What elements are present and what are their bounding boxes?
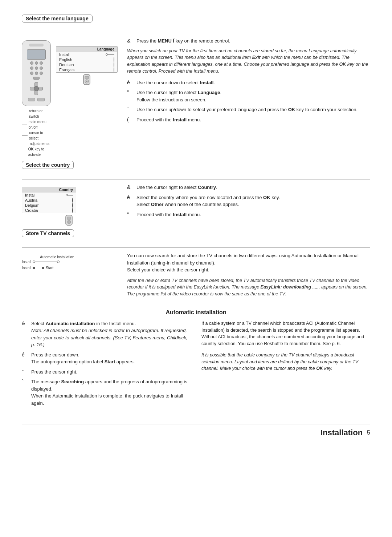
diag-circle-4 bbox=[42, 267, 44, 269]
country-item-croatia: Croatia bbox=[22, 208, 76, 213]
auto-step-text-1: Select Automatic installation in the Ins… bbox=[31, 320, 191, 348]
country-menu-box: Country Install Austria Belgium bbox=[22, 187, 76, 213]
menu-item-english: English bbox=[56, 57, 117, 62]
step-select-country: é Select the country where you are now l… bbox=[127, 194, 370, 208]
section-menu-language: Select the menu language bbox=[22, 15, 370, 157]
step-marker-3: " bbox=[127, 89, 134, 95]
remote-btn-9 bbox=[40, 72, 43, 75]
diag-circle-3 bbox=[33, 267, 35, 269]
remote-btn-8 bbox=[35, 72, 38, 75]
menu-language-right: & Press the MENU Ï key on the remote con… bbox=[127, 37, 370, 157]
remote-body bbox=[22, 40, 51, 106]
step-cursor-down: é Use the cursor down to select Install. bbox=[127, 79, 370, 86]
step-cursor-right-lang: " Use the cursor right to select Languag… bbox=[127, 89, 370, 103]
step-cursor-right-country: & Use the cursor right to select Country… bbox=[127, 184, 370, 191]
remote-illustration: return or switch main menu on/off cursor… bbox=[22, 40, 51, 157]
remote-vol-right bbox=[37, 98, 45, 101]
menu-dot-francais bbox=[114, 67, 114, 72]
country-remote-icon bbox=[22, 215, 116, 226]
remote-buttons-row4 bbox=[33, 77, 40, 80]
auto-step-marker-3: " bbox=[22, 369, 28, 375]
auto-step-text-4: The message Searching appears and the pr… bbox=[31, 378, 191, 407]
footer-title: Installation bbox=[320, 428, 363, 437]
menu-item-install: Install bbox=[56, 52, 117, 57]
diag-line-1 bbox=[35, 262, 57, 262]
divider-store-tv bbox=[22, 247, 370, 248]
auto-install-title: Automatic installation bbox=[22, 309, 370, 316]
remote-btn-4 bbox=[30, 66, 33, 70]
annot-return: return or switch bbox=[22, 108, 51, 119]
diag-install-label-1: Install bbox=[22, 260, 31, 264]
footer-page: 5 bbox=[367, 429, 370, 436]
remote-vol-left bbox=[28, 98, 35, 101]
divider-country bbox=[22, 179, 370, 179]
remote-btn-2 bbox=[35, 61, 38, 65]
section-country: Select the country Country Install Austr… bbox=[22, 161, 370, 226]
divider-top bbox=[22, 33, 370, 33]
step-marker-4: ˋ bbox=[127, 106, 134, 112]
auto-install-label: Automatic installation bbox=[40, 255, 116, 259]
store-tv-content: Automatic installation Install Install bbox=[22, 252, 370, 302]
store-tv-italic: After the new or extra TV channels have … bbox=[127, 277, 370, 298]
step-marker-2: é bbox=[127, 80, 134, 85]
svg-rect-1 bbox=[85, 76, 89, 79]
section-title-store-tv: Store TV channels bbox=[22, 229, 74, 237]
menu-language-steps: & Press the MENU Ï key on the remote con… bbox=[127, 37, 370, 45]
store-tv-right: You can now search for and store the TV … bbox=[127, 252, 370, 302]
menu-language-steps-2: é Use the cursor down to select Install.… bbox=[127, 79, 370, 124]
auto-install-cols: & Select Automatic installation in the I… bbox=[22, 320, 370, 410]
store-diag-row1: Install bbox=[22, 260, 116, 264]
country-step-marker-1: & bbox=[127, 184, 134, 190]
step-cursor-updown: ˋ Use the cursor up/down to select your … bbox=[127, 106, 370, 113]
country-step-text-3: Proceed with the Install menu. bbox=[136, 211, 370, 218]
step-marker-1: & bbox=[127, 38, 134, 44]
auto-step-marker-4: ˋ bbox=[22, 379, 28, 384]
menu-language-italic: When you switch on your TV for the first… bbox=[127, 48, 370, 75]
country-dot-belgium bbox=[72, 203, 73, 208]
diag-circle-2 bbox=[57, 261, 60, 263]
remote-dpad bbox=[30, 82, 43, 95]
diag-install-label-2: Install bbox=[22, 266, 31, 270]
section-store-tv: Store TV channels Automatic installation… bbox=[22, 229, 370, 302]
country-item-belgium: Belgium bbox=[22, 203, 76, 208]
step-press-menu: & Press the MENU Ï key on the remote con… bbox=[127, 37, 370, 45]
remote-btn-3 bbox=[40, 61, 43, 65]
store-tv-description: You can now search for and store the TV … bbox=[127, 252, 370, 274]
country-item-austria: Austria bbox=[22, 198, 76, 203]
step-text-1: Press the MENU Ï key on the remote contr… bbox=[136, 37, 370, 45]
remote-top bbox=[29, 44, 44, 47]
diag-line-2 bbox=[35, 268, 42, 268]
menu-illus-box: Language Install English bbox=[56, 46, 118, 73]
step-proceed-install-country: " Proceed with the Install menu. bbox=[127, 211, 370, 218]
country-left: Country Install Austria Belgium bbox=[22, 184, 116, 226]
menu-item-francais: Français bbox=[56, 67, 117, 72]
country-step-text-2: Select the country where you are now loc… bbox=[136, 194, 370, 208]
step-marker-5: ( bbox=[127, 117, 134, 122]
auto-step-marker-1: & bbox=[22, 320, 28, 326]
store-tv-diagram: Automatic installation Install Install bbox=[22, 255, 116, 270]
remote-btn-1 bbox=[30, 61, 33, 65]
section-title-country: Select the country bbox=[22, 161, 74, 169]
remote-btn-5 bbox=[35, 66, 38, 70]
auto-install-right: If a cable system or a TV channel which … bbox=[201, 320, 370, 410]
remote-small-icon-2 bbox=[65, 215, 73, 226]
auto-step-2: é Press the cursor down. The autoprogram… bbox=[22, 351, 191, 366]
step-text-2: Use the cursor down to select Install. bbox=[136, 79, 370, 86]
step-text-5: Proceed with the Install menu. bbox=[136, 116, 370, 124]
store-tv-left: Automatic installation Install Install bbox=[22, 252, 116, 302]
country-step-text-1: Use the cursor right to select Country. bbox=[136, 184, 370, 191]
annot-menu: main menu on/off bbox=[22, 119, 51, 130]
svg-point-7 bbox=[68, 221, 70, 223]
remote-small-icon bbox=[83, 74, 91, 85]
menu-language-content: return or switch main menu on/off cursor… bbox=[22, 37, 370, 157]
section-auto-install: Automatic installation & Select Automati… bbox=[22, 309, 370, 410]
annot-adjustments: adjustments bbox=[22, 141, 51, 146]
remote-buttons-row1 bbox=[30, 61, 43, 65]
svg-rect-5 bbox=[67, 217, 71, 219]
country-content: Country Install Austria Belgium bbox=[22, 184, 370, 226]
auto-step-3: " Press the cursor right. bbox=[22, 368, 191, 376]
remote-btn-menu bbox=[33, 77, 40, 80]
step-text-3: Use the cursor right to select Language.… bbox=[136, 89, 370, 103]
step-proceed-install: ( Proceed with the Install menu. bbox=[127, 116, 370, 124]
auto-step-text-3: Press the cursor right. bbox=[31, 368, 191, 376]
